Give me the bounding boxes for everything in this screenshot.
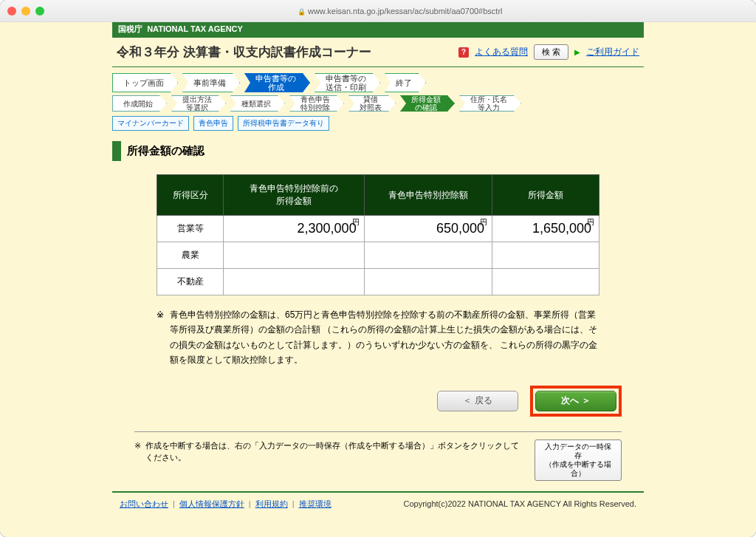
step-sub-6[interactable]: 住所・氏名 等入力 — [459, 95, 521, 112]
agency-bar: 国税庁 NATIONAL TAX AGENCY — [112, 22, 644, 36]
col-header-1: 青色申告特別控除前の 所得金額 — [224, 175, 365, 216]
income-table: 所得区分青色申告特別控除前の 所得金額青色申告特別控除額所得金額 営業等円2,3… — [157, 174, 599, 295]
step-sub-3[interactable]: 青色申告 特別控除 — [289, 95, 344, 112]
cell-deduction — [364, 242, 492, 269]
table-row: 営業等円2,300,000円650,000円1,650,000 — [157, 216, 599, 242]
col-header-0: 所得区分 — [157, 175, 224, 216]
footer-link-1[interactable]: 個人情報保護方針 — [179, 499, 244, 508]
step-sub-5[interactable]: 所得金額 の確認 — [400, 95, 455, 112]
maximize-icon[interactable] — [35, 7, 44, 16]
step-main-4[interactable]: 終了 — [385, 73, 426, 92]
tag-0: マイナンバーカード — [112, 116, 189, 131]
col-header-2: 青色申告特別控除額 — [364, 175, 492, 216]
cell-deduction — [364, 269, 492, 295]
tag-2: 所得税申告書データ有り — [238, 116, 329, 131]
next-button[interactable]: 次へ ＞ — [535, 391, 616, 411]
row-label: 農業 — [157, 242, 224, 269]
faq-link[interactable]: よくある質問 — [475, 46, 528, 58]
next-button-highlight: 次へ ＞ — [530, 386, 622, 417]
step-sub-0[interactable]: 作成開始 — [112, 95, 167, 112]
save-interrupt-button[interactable]: 入力データの一時保存 （作成を中断する場合） — [535, 439, 622, 481]
step-main-0[interactable]: トップ画面 — [112, 73, 178, 92]
tag-1: 青色申告 — [193, 116, 233, 131]
copyright: Copyright(c)2022 NATIONAL TAX AGENCY All… — [404, 499, 636, 508]
interrupt-note: ※ 作成を中断する場合は、右の「入力データの一時保存（作成を中断する場合）」ボタ… — [134, 439, 520, 464]
agency-jp: 国税庁 — [118, 24, 142, 33]
row-label: 営業等 — [157, 216, 224, 242]
back-button[interactable]: ＜ 戻る — [437, 391, 518, 411]
close-icon[interactable] — [7, 7, 16, 16]
arrow-icon: ▶ — [574, 48, 580, 56]
col-header-3: 所得金額 — [492, 175, 599, 216]
question-icon: ? — [458, 47, 469, 58]
cell-income: 円1,650,000 — [492, 216, 599, 242]
step-sub-4[interactable]: 貸借 対照表 — [348, 95, 396, 112]
cell-before — [224, 242, 365, 269]
cell-deduction: 円650,000 — [364, 216, 492, 242]
cell-income — [492, 269, 599, 295]
row-label: 不動産 — [157, 269, 224, 295]
footer-link-3[interactable]: 推奨環境 — [299, 499, 331, 508]
footer-link-0[interactable]: お問い合わせ — [120, 499, 168, 508]
step-sub-2[interactable]: 種類選択 — [230, 95, 285, 112]
table-row: 不動産 — [157, 269, 599, 295]
table-row: 農業 — [157, 242, 599, 269]
cell-before: 円2,300,000 — [224, 216, 365, 242]
step-main-1[interactable]: 事前準備 — [182, 73, 240, 92]
usage-guide-link[interactable]: ご利用ガイド — [586, 46, 639, 58]
section-heading: 所得金額の確認 — [112, 141, 644, 161]
window-titlebar: www.keisan.nta.go.jp/kessan/ac/submit/aa… — [0, 0, 756, 22]
cell-before — [224, 269, 365, 295]
address-bar: www.keisan.nta.go.jp/kessan/ac/submit/aa… — [52, 7, 749, 16]
cell-income — [492, 242, 599, 269]
minimize-icon[interactable] — [21, 7, 30, 16]
step-sub-1[interactable]: 提出方法 等選択 — [171, 95, 226, 112]
page-title: 令和３年分 決算書・収支内訳書作成コーナー — [117, 44, 371, 61]
footer-link-2[interactable]: 利用規約 — [255, 499, 288, 508]
step-main-3[interactable]: 申告書等の 送信・印刷 — [315, 73, 380, 92]
step-main-2[interactable]: 申告書等の 作成 — [244, 73, 310, 92]
note-text: ※ 青色申告特別控除の金額は、65万円と青色申告特別控除を控除する前の不動産所得… — [157, 307, 599, 368]
agency-en: NATIONAL TAX AGENCY — [147, 24, 243, 33]
divider — [134, 431, 622, 432]
search-button[interactable]: 検 索 — [534, 44, 568, 60]
